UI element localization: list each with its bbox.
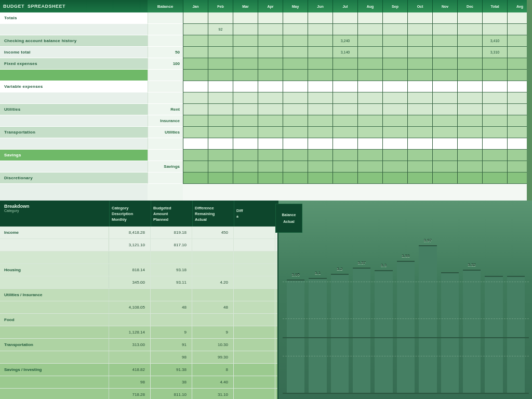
grid-cell[interactable]: [357, 104, 382, 115]
row-cell[interactable]: [192, 314, 234, 326]
row-cell[interactable]: [234, 314, 275, 326]
grid-cell[interactable]: [283, 24, 308, 35]
grid-cell[interactable]: [233, 47, 258, 58]
row-cell[interactable]: 31.10: [192, 389, 234, 399]
table-row[interactable]: Savings / Investing418.8291.388: [0, 364, 277, 376]
grid-cell[interactable]: [208, 12, 233, 24]
grid-cell[interactable]: [382, 70, 407, 81]
grid-cell[interactable]: [208, 58, 233, 70]
grid-cell[interactable]: [482, 58, 507, 70]
grid-cell[interactable]: [208, 81, 233, 92]
top-mid-cell[interactable]: [148, 138, 183, 150]
grid-cell[interactable]: [482, 81, 507, 92]
chart-bar[interactable]: [309, 278, 326, 393]
grid-header-cell[interactable]: Mar: [233, 0, 258, 12]
row-cell[interactable]: [109, 314, 151, 326]
row-cell[interactable]: [234, 227, 275, 238]
row-cell[interactable]: 91: [151, 339, 192, 351]
top-left-row[interactable]: Discretionary: [0, 172, 148, 184]
grid-cell[interactable]: [308, 70, 332, 81]
grid-cell[interactable]: [432, 12, 457, 24]
table-row[interactable]: Income8,418.28819.18450: [0, 227, 277, 239]
grid-cell[interactable]: [332, 104, 357, 115]
grid-cell[interactable]: [407, 150, 432, 161]
row-cell[interactable]: [234, 339, 275, 351]
grid-cell[interactable]: [382, 24, 407, 35]
grid-cell[interactable]: [457, 12, 482, 24]
row-cell[interactable]: [192, 264, 234, 276]
grid-cell[interactable]: [432, 81, 457, 92]
grid-cell[interactable]: [482, 172, 507, 184]
grid-cell[interactable]: [233, 70, 258, 81]
grid-header-cell[interactable]: Aug: [357, 0, 382, 12]
grid-cell[interactable]: [283, 138, 308, 150]
top-left-row[interactable]: Variable expenses: [0, 81, 148, 92]
grid-cell[interactable]: [233, 92, 258, 104]
chart-bar[interactable]: [287, 280, 304, 393]
grid-cell[interactable]: [407, 104, 432, 115]
grid-cell[interactable]: [283, 127, 308, 138]
top-left-row[interactable]: Utilities: [0, 104, 148, 115]
grid-cell[interactable]: [308, 150, 332, 161]
table-row[interactable]: Transportation313.009110.30: [0, 339, 277, 351]
row-cell[interactable]: [109, 289, 151, 301]
top-left-row[interactable]: [0, 138, 148, 150]
grid-cell[interactable]: [357, 12, 382, 24]
grid-cell[interactable]: [382, 92, 407, 104]
top-mid-cell[interactable]: [148, 150, 183, 161]
grid-cell[interactable]: [283, 161, 308, 172]
row-cell[interactable]: 811.10: [151, 389, 192, 399]
row-cell[interactable]: [234, 301, 275, 313]
top-mid-cell[interactable]: Utilities: [148, 127, 183, 138]
table-row[interactable]: 9899.30: [0, 351, 277, 364]
grid-cell[interactable]: [357, 161, 382, 172]
grid-cell[interactable]: [482, 150, 507, 161]
grid-cell[interactable]: [457, 70, 482, 81]
grid-cell[interactable]: [382, 150, 407, 161]
grid-header-cell[interactable]: Total: [482, 0, 507, 12]
row-cell[interactable]: 91.38: [151, 364, 192, 376]
grid-cell[interactable]: [382, 58, 407, 70]
top-left-row[interactable]: [0, 92, 148, 104]
grid-cell[interactable]: [283, 104, 308, 115]
top-mid-cell[interactable]: [148, 24, 183, 35]
grid-cell[interactable]: [407, 92, 432, 104]
grid-cell[interactable]: [432, 58, 457, 70]
grid-cell[interactable]: [382, 138, 407, 150]
grid-cell[interactable]: [457, 47, 482, 58]
row-cell[interactable]: 8,418.28: [109, 227, 151, 238]
table-row[interactable]: 3,121.10817.10: [0, 239, 277, 251]
table-row[interactable]: Utilities / Insurance: [0, 289, 277, 301]
grid-cell[interactable]: [457, 115, 482, 127]
grid-header-cell[interactable]: Dec: [457, 0, 482, 12]
grid-cell[interactable]: [258, 172, 283, 184]
grid-cell[interactable]: [432, 92, 457, 104]
grid-cell[interactable]: [432, 47, 457, 58]
grid-cell[interactable]: [308, 172, 332, 184]
grid-cell[interactable]: [357, 115, 382, 127]
grid-cell[interactable]: [482, 104, 507, 115]
grid-header-cell[interactable]: Oct: [407, 0, 432, 12]
grid-cell[interactable]: [208, 127, 233, 138]
row-cell[interactable]: 93.18: [151, 264, 192, 276]
row-cell[interactable]: 99.30: [192, 351, 234, 363]
grid-cell[interactable]: [332, 81, 357, 92]
grid-cell[interactable]: [208, 35, 233, 47]
top-mid-cell[interactable]: [148, 35, 183, 47]
row-cell[interactable]: 313.00: [109, 339, 151, 351]
row-cell[interactable]: [151, 251, 192, 263]
top-left-row[interactable]: Fixed expenses: [0, 58, 148, 70]
grid-cell[interactable]: [382, 12, 407, 24]
grid-cell[interactable]: [258, 92, 283, 104]
grid-cell[interactable]: [308, 104, 332, 115]
grid-header-cell[interactable]: Nov: [432, 0, 457, 12]
grid-cell[interactable]: [457, 81, 482, 92]
top-left-row[interactable]: Savings: [0, 150, 148, 161]
grid-cell[interactable]: [233, 58, 258, 70]
grid-cell[interactable]: [382, 127, 407, 138]
grid-cell[interactable]: [208, 92, 233, 104]
row-cell[interactable]: 98: [109, 376, 151, 388]
grid-cell[interactable]: [183, 58, 208, 70]
row-cell[interactable]: 818.14: [109, 264, 151, 276]
grid-cell[interactable]: [208, 70, 233, 81]
